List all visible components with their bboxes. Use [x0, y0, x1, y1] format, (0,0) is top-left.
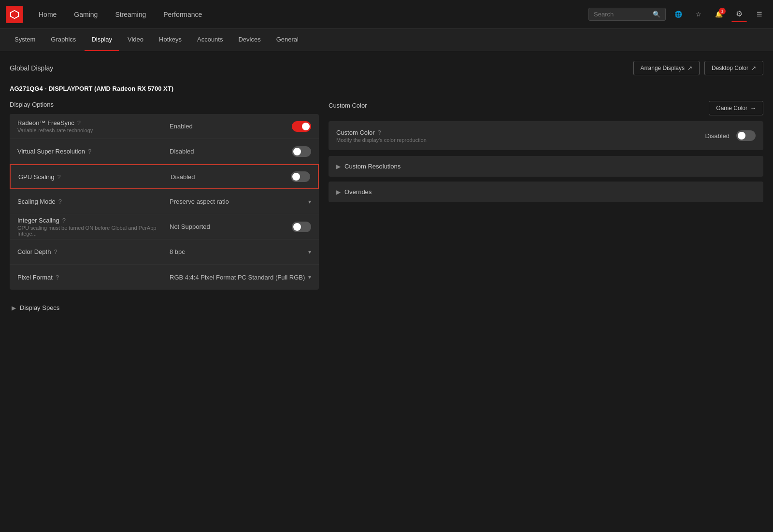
- display-specs-label: Display Specs: [20, 304, 59, 311]
- globe-icon[interactable]: 🌐: [671, 7, 686, 22]
- desktop-color-button[interactable]: Desktop Color ↗: [704, 61, 763, 75]
- freesync-toggle-knob: [302, 123, 310, 130]
- gpu-scaling-toggle-knob: [292, 173, 300, 181]
- tab-display[interactable]: Display: [85, 29, 119, 51]
- scaling-mode-help-icon[interactable]: ?: [58, 198, 62, 205]
- custom-color-toggle-knob: [738, 132, 745, 140]
- nav-home[interactable]: Home: [31, 7, 64, 22]
- left-column: Display Options Radeon™ FreeSync ? Varia…: [10, 101, 319, 318]
- tab-hotkeys[interactable]: Hotkeys: [152, 29, 188, 51]
- freesync-value-col: Enabled: [170, 121, 311, 132]
- custom-color-label: Custom Color ?: [336, 129, 698, 136]
- settings-panel: Radeon™ FreeSync ? Variable-refresh-rate…: [10, 114, 319, 290]
- display-specs-row[interactable]: ▶ Display Specs: [10, 297, 319, 318]
- scaling-mode-dropdown[interactable]: Preserve aspect ratio ▾: [170, 198, 311, 205]
- custom-color-panel: Custom Color ? Modify the display's colo…: [329, 121, 763, 150]
- secondary-nav: System Graphics Display Video Hotkeys Ac…: [0, 29, 773, 51]
- pixel-format-value-col: RGB 4:4:4 Pixel Format PC Standard (Full…: [170, 274, 311, 281]
- arrange-displays-button[interactable]: Arrange Displays ↗: [633, 61, 700, 75]
- gpu-scaling-toggle[interactable]: [291, 171, 310, 182]
- gpu-scaling-value: Disabled: [171, 173, 195, 181]
- integer-scaling-label: Integer Scaling ?: [17, 217, 170, 224]
- freesync-row: Radeon™ FreeSync ? Variable-refresh-rate…: [10, 114, 319, 139]
- custom-resolutions-chevron: ▶: [336, 163, 341, 170]
- amd-logo: [6, 6, 23, 23]
- freesync-label: Radeon™ FreeSync ?: [17, 119, 170, 126]
- color-depth-label-col: Color Depth ?: [17, 248, 170, 255]
- notif-badge: 1: [719, 8, 726, 14]
- main-nav: Home Gaming Streaming Performance: [31, 7, 588, 22]
- vsr-value-col: Disabled: [170, 146, 311, 157]
- vsr-toggle-knob: [293, 148, 301, 155]
- integer-scaling-toggle[interactable]: [292, 222, 311, 232]
- overrides-label: Overrides: [344, 188, 372, 196]
- color-depth-chevron: ▾: [308, 249, 311, 255]
- game-color-arrow-icon: →: [750, 105, 756, 112]
- gpu-scaling-label: GPU Scaling ?: [18, 173, 171, 181]
- scaling-mode-row: Scaling Mode ? Preserve aspect ratio ▾: [10, 189, 319, 214]
- monitor-label: AG271QG4 - DISPLAYPORT (AMD Radeon RX 57…: [10, 85, 763, 92]
- tab-system[interactable]: System: [8, 29, 42, 51]
- custom-resolutions-row[interactable]: ▶ Custom Resolutions: [329, 156, 763, 177]
- star-icon[interactable]: ☆: [691, 7, 706, 22]
- tab-graphics[interactable]: Graphics: [44, 29, 83, 51]
- global-display-header: Global Display Arrange Displays ↗ Deskto…: [10, 61, 763, 75]
- scaling-mode-label-col: Scaling Mode ?: [17, 198, 170, 205]
- custom-color-help-icon[interactable]: ?: [377, 129, 381, 136]
- color-depth-dropdown[interactable]: 8 bpc ▾: [170, 248, 311, 255]
- pixel-format-label-col: Pixel Format ?: [17, 274, 170, 281]
- custom-color-row: Custom Color ? Modify the display's colo…: [329, 121, 763, 150]
- nav-gaming[interactable]: Gaming: [66, 7, 105, 22]
- freesync-sublabel: Variable-refresh-rate technology: [17, 127, 170, 133]
- custom-resolutions-section: ▶ Custom Resolutions: [329, 156, 763, 177]
- gpu-scaling-label-col: GPU Scaling ?: [18, 173, 171, 181]
- external-link-icon: ↗: [687, 65, 692, 71]
- settings-icon[interactable]: ⚙: [731, 7, 747, 22]
- nav-streaming[interactable]: Streaming: [107, 7, 154, 22]
- custom-color-section-label: Custom Color: [329, 102, 367, 109]
- tab-accounts[interactable]: Accounts: [190, 29, 229, 51]
- search-box[interactable]: 🔍: [588, 8, 666, 21]
- pixel-format-dropdown[interactable]: RGB 4:4:4 Pixel Format PC Standard (Full…: [170, 274, 311, 281]
- display-specs-chevron: ▶: [12, 305, 16, 311]
- custom-color-value: Disabled: [705, 132, 730, 140]
- gpu-scaling-value-col: Disabled: [171, 171, 310, 182]
- custom-color-toggle[interactable]: [736, 130, 756, 141]
- menu-icon[interactable]: ☰: [752, 7, 767, 22]
- vsr-toggle[interactable]: [292, 146, 311, 157]
- integer-scaling-value-col: Not Supported: [170, 222, 311, 232]
- integer-scaling-help-icon[interactable]: ?: [62, 217, 66, 224]
- main-content: Global Display Arrange Displays ↗ Deskto…: [0, 51, 773, 532]
- gpu-scaling-help-icon[interactable]: ?: [57, 173, 60, 181]
- notifications-icon[interactable]: 🔔 1: [711, 7, 727, 22]
- top-nav: Home Gaming Streaming Performance 🔍 🌐 ☆ …: [0, 0, 773, 29]
- freesync-help-icon[interactable]: ?: [77, 119, 81, 126]
- pixel-format-row: Pixel Format ? RGB 4:4:4 Pixel Format PC…: [10, 265, 319, 290]
- custom-color-sublabel: Modify the display's color reproduction: [336, 137, 698, 143]
- freesync-label-col: Radeon™ FreeSync ? Variable-refresh-rate…: [17, 119, 170, 133]
- overrides-row[interactable]: ▶ Overrides: [329, 182, 763, 202]
- header-buttons: Arrange Displays ↗ Desktop Color ↗: [633, 61, 763, 75]
- custom-resolutions-label: Custom Resolutions: [344, 163, 401, 170]
- color-depth-help-icon[interactable]: ?: [54, 248, 57, 255]
- game-color-button[interactable]: Game Color →: [709, 101, 763, 115]
- scaling-mode-chevron: ▾: [308, 198, 311, 205]
- right-column: Custom Color Game Color → Custom Color ?…: [329, 101, 763, 207]
- vsr-label-col: Virtual Super Resolution ?: [17, 148, 170, 155]
- display-options-label: Display Options: [10, 101, 319, 108]
- two-column-layout: Display Options Radeon™ FreeSync ? Varia…: [10, 101, 763, 318]
- custom-color-value-col: Disabled: [698, 130, 756, 141]
- tab-devices[interactable]: Devices: [231, 29, 267, 51]
- scaling-mode-label: Scaling Mode ?: [17, 198, 170, 205]
- integer-scaling-value: Not Supported: [170, 223, 210, 230]
- pixel-format-chevron: ▾: [308, 274, 311, 280]
- vsr-help-icon[interactable]: ?: [88, 148, 91, 155]
- tab-general[interactable]: General: [270, 29, 305, 51]
- nav-performance[interactable]: Performance: [156, 7, 210, 22]
- tab-video[interactable]: Video: [121, 29, 150, 51]
- pixel-format-help-icon[interactable]: ?: [56, 274, 59, 281]
- freesync-toggle[interactable]: [292, 121, 311, 132]
- nav-right: 🔍 🌐 ☆ 🔔 1 ⚙ ☰: [588, 7, 767, 22]
- search-input[interactable]: [594, 11, 653, 18]
- overrides-section: ▶ Overrides: [329, 182, 763, 202]
